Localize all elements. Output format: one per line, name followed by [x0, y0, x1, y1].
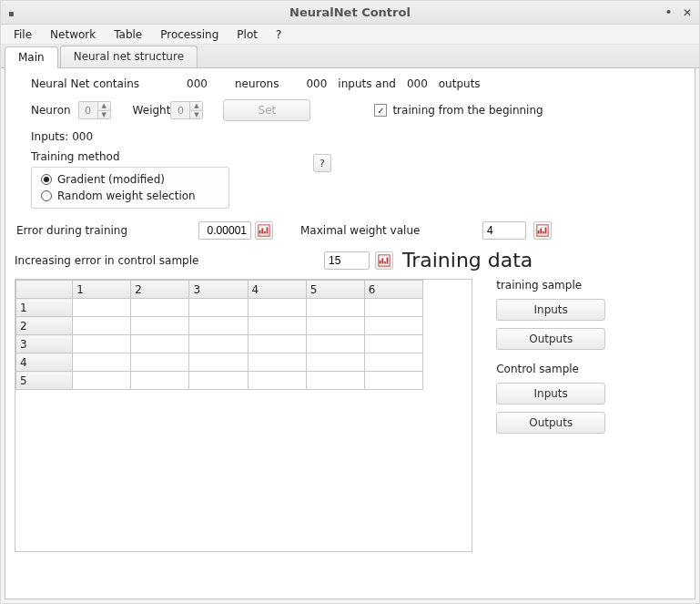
spinner-down-icon[interactable]: ▼ [98, 111, 110, 119]
inputs-value: 000 [306, 77, 327, 90]
weight-label: Weight [133, 104, 171, 117]
training-method-gradient-label: Gradient (modified) [57, 173, 165, 186]
col-header[interactable]: 5 [306, 281, 364, 299]
neurons-label: neurons [235, 77, 279, 90]
row-header[interactable]: 1 [16, 299, 73, 317]
neuron-label: Neuron [31, 104, 71, 117]
col-header[interactable]: 2 [131, 281, 189, 299]
control-outputs-button[interactable]: Outputs [496, 412, 605, 434]
table-row[interactable]: 2 [16, 317, 423, 335]
chart-icon [378, 254, 391, 267]
titlebar-left-icon: ▪ [8, 7, 15, 17]
max-weight-icon-button[interactable] [533, 221, 552, 240]
minimize-button[interactable]: • [665, 6, 672, 18]
spinner-down-icon[interactable]: ▼ [190, 111, 202, 119]
col-header[interactable]: 1 [73, 281, 131, 299]
increasing-error-icon-button[interactable] [375, 251, 393, 270]
training-data-heading: Training data [402, 249, 533, 271]
error-during-training-input[interactable] [198, 221, 251, 240]
chart-icon [258, 224, 270, 237]
menu-processing[interactable]: Processing [153, 26, 226, 43]
increasing-error-label: Increasing error in control sample [15, 254, 324, 267]
menubar: File Network Table Processing Plot ? [1, 25, 699, 45]
weight-spinner-value: 0 [171, 102, 189, 118]
col-header[interactable]: 3 [189, 281, 248, 299]
summary-prefix: Neural Net contains [31, 77, 139, 90]
tab-bar: Main Neural net structure [1, 45, 699, 68]
menu-file[interactable]: File [6, 26, 39, 43]
summary-row: Neural Net contains 000 neurons 000 inpu… [15, 77, 685, 90]
col-header[interactable]: 4 [248, 281, 306, 299]
training-from-beginning-label: training from the beginning [392, 104, 543, 117]
help-icon: ? [320, 158, 325, 169]
row-header[interactable]: 5 [16, 372, 73, 390]
main-pane: Neural Net contains 000 neurons 000 inpu… [5, 68, 695, 599]
error-during-training-label: Error during training [16, 224, 198, 237]
training-method-label: Training method [31, 150, 229, 163]
weight-spinner[interactable]: 0 ▲▼ [170, 101, 203, 119]
app-window: ▪ NeuralNet Control • ✕ File Network Tab… [0, 0, 700, 604]
outputs-value: 000 [407, 77, 428, 90]
col-header[interactable]: 6 [364, 281, 422, 299]
tab-main[interactable]: Main [5, 46, 58, 68]
data-table-container: 1 2 3 4 5 6 1 2 3 4 5 [15, 279, 472, 552]
table-row[interactable]: 1 [16, 299, 423, 317]
training-method-help-button[interactable]: ? [313, 154, 331, 172]
table-row[interactable]: 3 [16, 335, 423, 353]
side-panel: training sample Inputs Outputs Control s… [496, 279, 685, 434]
max-weight-label: Maximal weight value [300, 224, 482, 237]
control-inputs-label: Inputs [534, 387, 568, 400]
window-title: NeuralNet Control [289, 5, 411, 19]
outputs-label: outputs [439, 77, 481, 90]
neuron-spinner-value: 0 [79, 102, 97, 118]
training-inputs-button[interactable]: Inputs [496, 299, 605, 321]
training-method-random-label: Random weight selection [57, 189, 196, 202]
control-inputs-button[interactable]: Inputs [496, 383, 605, 404]
set-button-label: Set [259, 104, 277, 117]
tab-structure[interactable]: Neural net structure [60, 46, 198, 67]
row-header[interactable]: 3 [16, 335, 73, 353]
control-sample-label: Control sample [496, 363, 685, 375]
menu-help[interactable]: ? [269, 26, 289, 43]
set-button[interactable]: Set [223, 99, 310, 121]
increasing-error-input[interactable] [324, 251, 370, 270]
table-corner-cell [16, 281, 73, 299]
row-header[interactable]: 4 [16, 353, 73, 372]
data-table[interactable]: 1 2 3 4 5 6 1 2 3 4 5 [15, 280, 423, 390]
table-row[interactable]: 5 [16, 372, 423, 390]
training-sample-label: training sample [496, 279, 685, 292]
training-method-group: Gradient (modified) Random weight select… [31, 167, 229, 209]
table-header-row: 1 2 3 4 5 6 [16, 281, 423, 299]
training-method-gradient-radio[interactable] [41, 174, 52, 185]
inputs-label: inputs and [338, 77, 396, 90]
close-button[interactable]: ✕ [683, 6, 692, 19]
training-method-random-radio[interactable] [41, 190, 52, 201]
menu-plot[interactable]: Plot [229, 26, 265, 43]
tab-main-label: Main [18, 51, 45, 64]
training-outputs-label: Outputs [529, 333, 573, 345]
row-header[interactable]: 2 [16, 317, 73, 335]
titlebar: ▪ NeuralNet Control • ✕ [1, 1, 699, 25]
inputs-line: Inputs: 000 [31, 130, 93, 143]
error-during-training-icon-button[interactable] [255, 221, 273, 240]
chart-icon [536, 224, 549, 237]
spinner-up-icon[interactable]: ▲ [98, 102, 110, 111]
tab-structure-label: Neural net structure [74, 50, 184, 63]
menu-network[interactable]: Network [43, 26, 103, 43]
spinner-up-icon[interactable]: ▲ [190, 102, 202, 111]
training-inputs-label: Inputs [534, 303, 568, 316]
control-outputs-label: Outputs [529, 416, 573, 429]
max-weight-input[interactable] [482, 221, 526, 240]
training-outputs-button[interactable]: Outputs [496, 328, 605, 350]
table-row[interactable]: 4 [16, 353, 423, 372]
neurons-value: 000 [187, 77, 208, 90]
menu-table[interactable]: Table [107, 26, 149, 43]
neuron-spinner[interactable]: 0 ▲▼ [78, 101, 111, 119]
training-from-beginning-checkbox[interactable]: ✓ [374, 104, 387, 117]
